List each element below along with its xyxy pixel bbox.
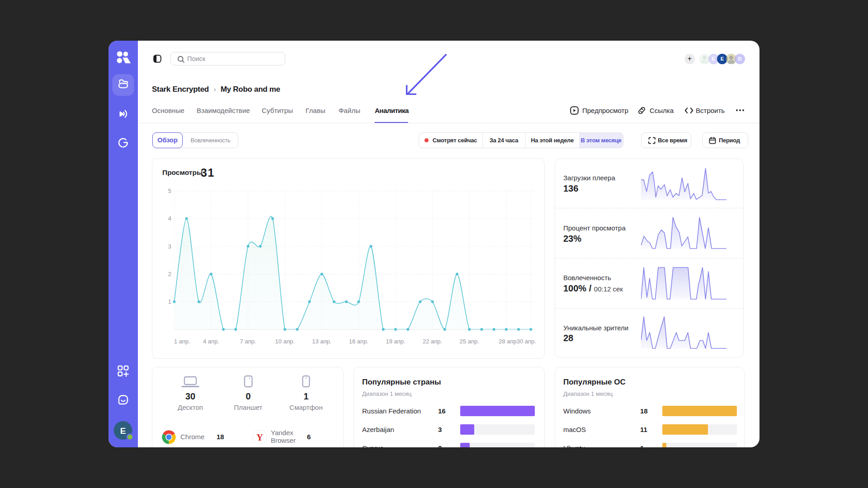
svg-text:3: 3 [168, 243, 171, 250]
svg-text:30 апр.: 30 апр. [517, 338, 536, 345]
svg-text:7 апр.: 7 апр. [240, 338, 256, 345]
svg-text:5: 5 [168, 188, 171, 194]
svg-text:25 апр.: 25 апр. [460, 338, 479, 345]
svg-text:1 апр.: 1 апр. [174, 338, 190, 345]
svg-text:4 апр.: 4 апр. [203, 338, 219, 345]
svg-text:2: 2 [168, 271, 171, 277]
svg-text:10 апр.: 10 апр. [275, 338, 295, 345]
svg-text:16 апр.: 16 апр. [349, 338, 368, 345]
svg-text:1: 1 [168, 298, 171, 305]
svg-text:13 апр.: 13 апр. [312, 338, 331, 345]
svg-text:Y: Y [256, 432, 263, 442]
svg-text:E: E [120, 426, 126, 436]
svg-text:4: 4 [168, 215, 171, 222]
svg-text:28 апр: 28 апр [499, 338, 517, 345]
svg-text:22 апр.: 22 апр. [423, 338, 442, 345]
svg-text:19 апр.: 19 апр. [386, 338, 405, 345]
